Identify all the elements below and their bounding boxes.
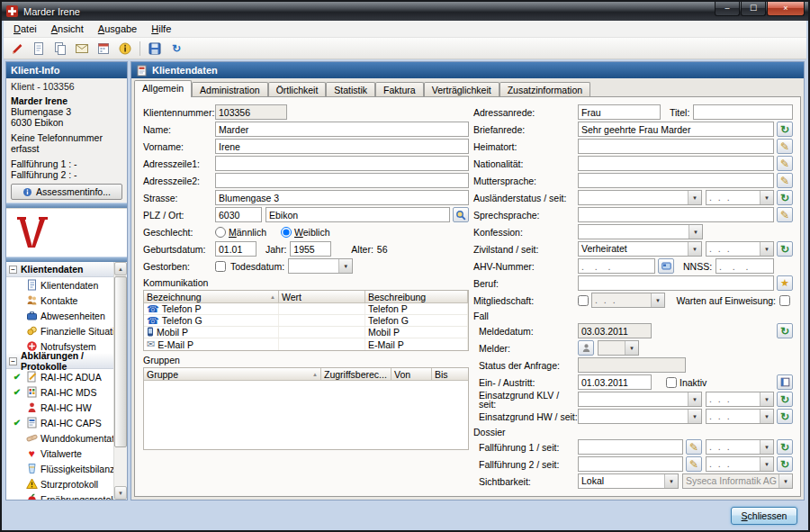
nav-item-abwesenheiten[interactable]: Abwesenheiten: [6, 308, 113, 323]
chevron-down-icon[interactable]: ▼: [760, 242, 773, 256]
chevron-down-icon[interactable]: ▼: [664, 474, 678, 488]
jahr-field[interactable]: [290, 241, 331, 257]
scrollbar-thumb[interactable]: [114, 276, 127, 447]
chevron-down-icon[interactable]: ▼: [688, 225, 702, 239]
sprechsprache-field[interactable]: [578, 207, 774, 222]
column-header-von[interactable]: Von: [392, 368, 432, 380]
menu-datei[interactable]: Datei: [6, 22, 44, 36]
scroll-up-icon[interactable]: ▲: [114, 262, 127, 275]
menu-ausgabe[interactable]: Ausgabe: [91, 22, 144, 36]
nav-section-klientendaten[interactable]: − Klientendaten: [6, 262, 113, 277]
melder-person-button[interactable]: [578, 340, 594, 356]
meldedatum-field[interactable]: [578, 323, 652, 338]
einsatzgrund-klv-seit-combo[interactable]: . . . ▼: [706, 392, 774, 407]
tab-faktura[interactable]: Faktura: [375, 82, 424, 97]
fallfuehrung1-seit-combo[interactable]: . . . ▼: [706, 439, 774, 455]
eintritt-field[interactable]: [578, 374, 652, 390]
chevron-down-icon[interactable]: ▼: [760, 410, 773, 423]
chevron-down-icon[interactable]: ▼: [688, 191, 701, 204]
nav-item-rai-hc-mds[interactable]: ✔ RAI-HC MDS: [6, 384, 113, 400]
chevron-down-icon[interactable]: ▼: [760, 191, 773, 204]
chevron-down-icon[interactable]: ▼: [760, 440, 773, 454]
nnss-field[interactable]: [716, 258, 774, 274]
table-row[interactable]: ☎Telefon P Telefon P: [144, 303, 468, 315]
fallfuehrung2-field[interactable]: [578, 456, 683, 472]
tab-oertlichkeit[interactable]: Örtlichkeit: [268, 82, 327, 97]
assessment-info-button[interactable]: Assessmentinfo...: [11, 184, 122, 200]
fallfuehrung1-field[interactable]: [578, 439, 683, 455]
nav-item-kontakte[interactable]: Kontakte: [6, 293, 113, 308]
name-field[interactable]: [215, 122, 469, 137]
tab-allgemein[interactable]: Allgemein: [134, 80, 192, 97]
meldedatum-refresh-button[interactable]: ↻: [777, 323, 793, 338]
zivilstand-seit-combo[interactable]: . . . ▼: [706, 241, 774, 257]
refresh-button[interactable]: ↻: [166, 40, 186, 58]
table-row[interactable]: Mobil P Mobil P: [144, 327, 468, 338]
close-window-button[interactable]: ×: [767, 2, 805, 16]
tab-vertraeglichkeit[interactable]: Verträglichkeit: [424, 82, 500, 97]
mail-button[interactable]: [72, 40, 92, 58]
heimatort-field[interactable]: [578, 139, 774, 154]
chevron-down-icon[interactable]: ▼: [688, 410, 701, 423]
muttersprache-edit-button[interactable]: ✎: [777, 173, 793, 188]
muttersprache-field[interactable]: [578, 173, 774, 188]
todesdatum-combo[interactable]: ▼: [288, 258, 353, 274]
klientennummer-field[interactable]: [215, 104, 287, 120]
einsatzgrund-klv-refresh-button[interactable]: ↻: [777, 392, 793, 407]
fallfuehrung2-seit-combo[interactable]: . . . ▼: [706, 456, 774, 472]
column-header-beschreibung[interactable]: Beschreibung: [365, 291, 468, 302]
nav-item-rai-hc-caps[interactable]: ✔ RAI-HC CAPS: [6, 415, 113, 430]
chevron-down-icon[interactable]: ▼: [625, 341, 638, 355]
sprechsprache-edit-button[interactable]: ✎: [777, 207, 793, 222]
minimize-button[interactable]: –: [715, 2, 740, 16]
chevron-down-icon[interactable]: ▼: [760, 457, 773, 471]
tab-statistik[interactable]: Statistik: [326, 82, 375, 97]
zivilstand-combo[interactable]: Verheiratet ▼: [578, 241, 702, 257]
nationalitaet-field[interactable]: [578, 156, 774, 171]
column-header-gruppe[interactable]: Gruppe ▲: [144, 368, 321, 380]
nav-section-abklaerungen[interactable]: − Abklärungen / Protokolle: [6, 354, 113, 369]
mitgliedschaft-combo[interactable]: . . . ▼: [591, 293, 665, 308]
collapse-icon[interactable]: −: [9, 266, 17, 274]
scroll-down-icon[interactable]: ▼: [114, 486, 127, 500]
menu-hilfe[interactable]: Hilfe: [144, 22, 178, 36]
auslaenderstatus-combo[interactable]: ▼: [578, 190, 702, 205]
fallfuehrung1-refresh-button[interactable]: ↻: [777, 439, 793, 455]
ort-field[interactable]: [266, 207, 450, 222]
briefanrede-refresh-button[interactable]: ↻: [777, 122, 793, 137]
fallfuehrung1-edit-button[interactable]: ✎: [686, 439, 702, 455]
save-button[interactable]: [145, 40, 165, 58]
einsatzgrund-hw-seit-combo[interactable]: . . . ▼: [706, 409, 774, 424]
ahv-lookup-button[interactable]: [658, 258, 674, 274]
auslaenderstatus-seit-combo[interactable]: . . . ▼: [706, 190, 774, 205]
nav-item-rai-hc-adua[interactable]: ✔ RAI-HC ADUA: [6, 369, 113, 384]
copy-button[interactable]: [50, 40, 70, 58]
column-header-zugriff[interactable]: Zugriffsberec...: [321, 368, 392, 380]
gruppen-empty-area[interactable]: [144, 381, 468, 449]
vorname-field[interactable]: [215, 139, 469, 154]
nav-item-sturzprotokoll[interactable]: Sturzprotokoll: [6, 476, 113, 491]
einsatzgrund-hw-refresh-button[interactable]: ↻: [777, 409, 793, 424]
beruf-field[interactable]: [578, 275, 774, 291]
nav-item-fluessigkeitsbilanz[interactable]: Flüssigkeitsbilanz: [6, 461, 113, 476]
einsatzgrund-hw-combo[interactable]: ▼: [578, 409, 702, 424]
nav-item-klientendaten[interactable]: Klientendaten: [6, 277, 113, 293]
weiblich-radio[interactable]: [281, 227, 292, 238]
heimatort-edit-button[interactable]: ✎: [777, 139, 793, 154]
schliessen-button[interactable]: Schliessen: [731, 507, 797, 525]
nav-item-rai-hc-hw[interactable]: RAI-HC HW: [6, 400, 113, 415]
nav-item-vitalwerte[interactable]: ♥ Vitalwerte: [6, 446, 113, 461]
table-row[interactable]: ✉E-Mail P E-Mail P: [144, 338, 468, 350]
plz-field[interactable]: [215, 207, 262, 222]
calendar-button[interactable]: [94, 40, 113, 58]
maximize-button[interactable]: ☐: [741, 2, 766, 16]
warten-einweisung-checkbox[interactable]: [779, 295, 790, 306]
zivilstand-refresh-button[interactable]: ↻: [777, 241, 793, 257]
tab-zusatzinformation[interactable]: Zusatzinformation: [500, 82, 590, 97]
column-header-wert[interactable]: Wert: [279, 291, 365, 302]
nationalitaet-edit-button[interactable]: ✎: [777, 156, 793, 171]
ein-austritt-journal-button[interactable]: [777, 374, 793, 390]
chevron-down-icon[interactable]: ▼: [760, 392, 773, 406]
menu-ansicht[interactable]: Ansicht: [44, 22, 91, 36]
titel-field[interactable]: [693, 104, 793, 120]
